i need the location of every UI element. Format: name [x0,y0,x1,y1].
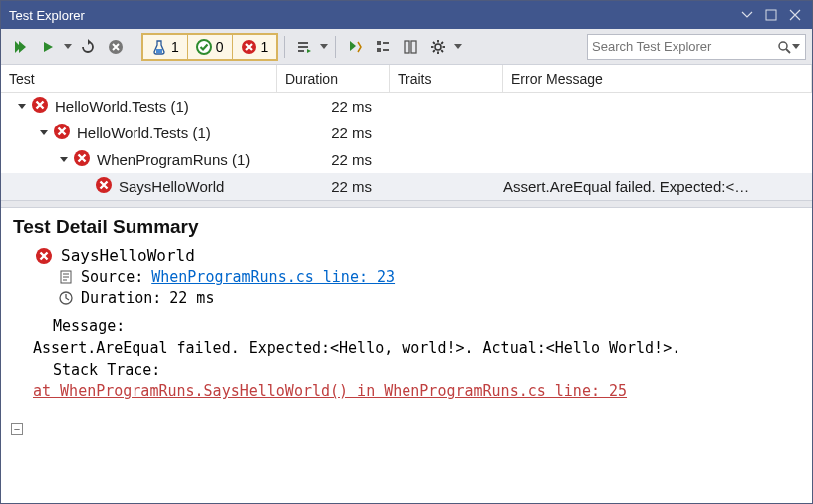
playlist-button[interactable] [291,34,317,60]
tree-row-name: HelloWorld.Tests (1) [77,125,211,141]
fail-icon [31,96,49,117]
svg-line-20 [442,50,444,52]
splitter[interactable] [1,200,812,208]
clock-icon [59,291,73,305]
tree-row-duration: 22 ms [277,178,390,195]
pass-icon [196,39,212,55]
flask-icon [151,39,167,55]
run-dropdown[interactable] [63,44,73,50]
tree-row[interactable]: WhenProgramRuns (1)22 ms [1,146,812,173]
tree-row[interactable]: HelloWorld.Tests (1)22 ms [1,93,812,120]
maximize-icon[interactable] [760,4,782,26]
detail-test-name: SaysHelloWorld [61,246,195,265]
tree-row-name: WhenProgramRuns (1) [97,151,250,168]
svg-rect-10 [383,42,389,44]
svg-rect-11 [383,49,389,51]
source-label: Source: [81,268,143,286]
svg-line-22 [442,42,444,44]
svg-rect-2 [156,49,162,53]
counter-failed-value: 1 [261,39,269,55]
stack-trace-link[interactable]: at WhenProgramRuns.SaysHelloWorld() in W… [33,382,627,400]
stack-label: Stack Trace: [53,361,800,378]
svg-point-14 [435,44,441,50]
search-input[interactable] [592,39,777,54]
search-box[interactable] [587,34,806,60]
settings-dropdown[interactable] [453,44,463,50]
tree-row-error: Assert.AreEqual failed. Expected:<… [503,178,812,195]
playlist-dropdown[interactable] [319,44,329,50]
tree-row-name: SaysHelloWorld [119,178,224,195]
svg-rect-8 [377,41,381,45]
duration-label: Duration: [81,289,161,307]
window-title: Test Explorer [7,8,734,23]
svg-rect-5 [298,42,308,44]
duration-value: 22 ms [169,289,214,307]
tree-row-duration: 22 ms [277,98,390,115]
fail-icon [95,176,113,197]
source-link[interactable]: WhenProgramRuns.cs line: 23 [151,268,395,286]
message-text: Assert.AreEqual failed. Expected:<Hello,… [33,339,800,357]
window-menu-icon[interactable] [736,4,758,26]
expander-icon[interactable] [15,100,29,114]
settings-button[interactable] [425,34,451,60]
message-label: Message: [53,317,800,335]
svg-line-19 [433,42,435,44]
separator [335,36,336,58]
tree-row-duration: 22 ms [277,151,390,168]
run-after-build-button[interactable] [342,34,368,60]
close-icon[interactable] [784,4,806,26]
svg-rect-7 [298,50,304,52]
separator [284,36,285,58]
svg-line-21 [433,50,435,52]
counter-failed[interactable]: 1 [233,35,277,59]
svg-rect-13 [411,41,416,53]
fail-icon [35,247,53,265]
counter-total[interactable]: 1 [143,35,188,59]
col-test[interactable]: Test [1,65,277,92]
counter-passed-value: 0 [216,39,224,55]
test-tree: HelloWorld.Tests (1)22 msHelloWorld.Test… [1,93,812,200]
expander-icon[interactable] [57,153,71,167]
tree-row[interactable]: HelloWorld.Tests (1)22 ms [1,120,812,146]
expander-icon[interactable] [37,126,51,140]
stop-button[interactable] [103,34,129,60]
source-icon [59,270,73,284]
tree-row-name: HelloWorld.Tests (1) [55,98,189,115]
svg-point-23 [779,42,787,50]
view-button[interactable] [398,34,423,60]
fail-icon [241,39,257,55]
col-duration[interactable]: Duration [277,65,390,92]
svg-line-24 [786,49,790,53]
collapse-icon[interactable]: − [11,423,23,435]
counter-passed[interactable]: 0 [188,35,233,59]
search-icon [777,40,791,54]
svg-rect-0 [766,10,776,20]
tree-row-duration: 22 ms [277,125,390,141]
tree-row[interactable]: SaysHelloWorld22 msAssert.AreEqual faile… [1,173,812,200]
separator [135,36,136,58]
counter-total-value: 1 [171,39,179,55]
detail-heading: Test Detail Summary [13,216,800,238]
repeat-button[interactable] [75,34,101,60]
test-counters: 1 0 1 [141,33,278,61]
col-traits[interactable]: Traits [390,65,503,92]
fail-icon [53,123,71,143]
col-error[interactable]: Error Message [503,65,812,92]
toolbar: 1 0 1 [1,29,812,65]
test-detail: Test Detail Summary SaysHelloWorld Sourc… [1,208,812,412]
group-by-button[interactable] [370,34,396,60]
svg-rect-6 [298,46,308,48]
fail-icon [73,149,91,170]
svg-rect-12 [405,41,409,53]
svg-rect-9 [377,48,381,52]
expander-icon[interactable] [79,180,93,194]
search-dropdown[interactable] [791,44,801,50]
column-headers: Test Duration Traits Error Message [1,65,812,93]
title-bar: Test Explorer [1,1,812,29]
run-button[interactable] [35,34,61,60]
run-all-button[interactable] [7,34,33,60]
